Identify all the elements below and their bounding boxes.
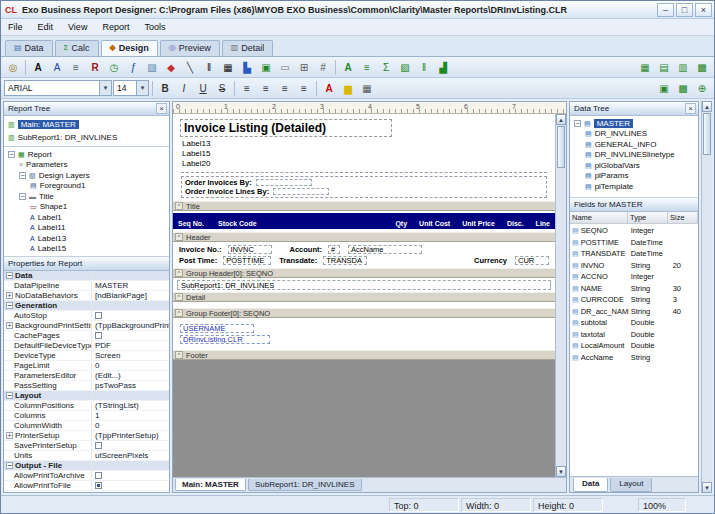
property-row[interactable]: UnitsutScreenPixels xyxy=(4,451,169,461)
band-separator-group-header[interactable]: ^Group Header[0]: SEQNO xyxy=(173,268,555,278)
tab-data-tree-data[interactable]: Data xyxy=(573,478,608,492)
report-file-field[interactable]: DRInvListing.CLR xyxy=(180,335,270,344)
order-invoices-label[interactable]: Order Invoices By: xyxy=(185,178,252,187)
tree-node-design-layers[interactable]: −▧Design Layers xyxy=(4,170,169,181)
align-grid-icon[interactable]: ▥ xyxy=(674,59,692,76)
data-node-plglobalvars[interactable]: ▤plGlobalVars xyxy=(570,160,698,171)
expand-icon[interactable]: + xyxy=(6,432,13,439)
property-row[interactable]: +PrinterSetup(TppPrinterSetup) xyxy=(4,431,169,441)
magnifier-icon[interactable]: ◎ xyxy=(4,59,22,76)
barcode-2d-icon[interactable]: ▦ xyxy=(219,59,237,76)
property-row[interactable]: +NoDataBehaviors[ndBlankPage] xyxy=(4,291,169,301)
scroll-up-icon[interactable]: ▲ xyxy=(702,101,712,112)
data-node-pltemplate[interactable]: ▤plTemplate xyxy=(570,181,698,192)
anchor-icon[interactable]: ⊕ xyxy=(693,80,711,97)
shape-tool-icon[interactable]: ◆ xyxy=(162,59,180,76)
property-row[interactable]: DeviceTypeScreen xyxy=(4,351,169,361)
band-separator-title[interactable]: ^Title xyxy=(173,201,555,211)
db-memo-icon[interactable]: ≡ xyxy=(358,59,376,76)
label15-object[interactable]: Label15 xyxy=(182,149,555,159)
tab-data[interactable]: ▤Data xyxy=(5,40,53,56)
field-row[interactable]: ▤ACCNOInteger xyxy=(570,271,698,283)
field-row[interactable]: ▤taxtotalDouble xyxy=(570,329,698,341)
data-node-dr-invlines[interactable]: ▤DR_INVLINES xyxy=(570,129,698,140)
column-header-bar[interactable]: Seq No. Stock Code Qty Unit Cost Unit Pr… xyxy=(173,213,555,229)
font-color-icon[interactable]: A xyxy=(320,80,338,97)
expand-icon[interactable]: + xyxy=(6,292,13,299)
invoice-no-label[interactable]: Invoice No.: xyxy=(179,245,222,254)
report-item-main[interactable]: ▥Main: MASTER xyxy=(4,118,169,131)
close-icon[interactable]: × xyxy=(156,103,167,114)
field-row[interactable]: ▤LocalAmountDouble xyxy=(570,340,698,352)
scroll-down-icon[interactable]: ▼ xyxy=(702,482,712,493)
underline-icon[interactable]: U xyxy=(194,80,212,97)
property-row[interactable]: Columns1 xyxy=(4,411,169,421)
post-time-label[interactable]: Post Time: xyxy=(179,256,217,265)
minimize-button[interactable]: – xyxy=(657,3,674,17)
grid-show-icon[interactable]: ▤ xyxy=(655,59,673,76)
variable-icon[interactable]: ƒ xyxy=(124,59,142,76)
checkbox[interactable] xyxy=(95,332,102,339)
send-back-icon[interactable]: ▩ xyxy=(674,80,692,97)
report-design-surface[interactable]: Invoice Listing (Detailed) Label13 Label… xyxy=(173,114,555,477)
tab-detail[interactable]: ▥Detail xyxy=(222,40,274,56)
collapse-icon[interactable]: − xyxy=(6,462,13,469)
tree-node-label13[interactable]: ALabel13 xyxy=(4,233,169,244)
transdate-label[interactable]: Transdate: xyxy=(279,256,317,265)
order-invoice-lines-label[interactable]: Order Invoice Lines By: xyxy=(185,187,269,196)
property-row[interactable]: DataPipelineMASTER xyxy=(4,281,169,291)
chevron-down-icon[interactable]: ▾ xyxy=(99,81,111,95)
band-separator-group-footer[interactable]: ^Group Footer[0]: SEQNO xyxy=(173,308,555,318)
align-right-icon[interactable]: ≡ xyxy=(276,80,294,97)
account-label[interactable]: Account: xyxy=(290,245,323,254)
chevron-up-icon[interactable]: ^ xyxy=(175,351,183,359)
checkbox[interactable] xyxy=(95,312,102,319)
chevron-down-icon[interactable]: ▾ xyxy=(136,81,148,95)
font-name-select[interactable]: ARIAL▾ xyxy=(4,80,112,96)
property-section[interactable]: −Generation xyxy=(4,301,169,311)
tab-preview[interactable]: ◎Preview xyxy=(160,40,220,56)
column-header-type[interactable]: Type xyxy=(628,212,668,223)
label13-object[interactable]: Label13 xyxy=(182,139,555,149)
richtext-icon[interactable]: R xyxy=(86,59,104,76)
db-calc-icon[interactable]: Σ xyxy=(377,59,395,76)
field-row[interactable]: ▤TRANSDATEDateTime xyxy=(570,248,698,260)
tree-node-title-band[interactable]: −▬Title xyxy=(4,191,169,202)
property-row[interactable]: ColumnWidth0 xyxy=(4,421,169,431)
field-row[interactable]: ▤POSTTIMEDateTime xyxy=(570,237,698,249)
collapse-icon[interactable]: − xyxy=(19,193,26,200)
canvas-vertical-scrollbar[interactable]: ▲ ▼ xyxy=(555,114,566,477)
property-section[interactable]: −Layout xyxy=(4,391,169,401)
scroll-thumb[interactable] xyxy=(557,126,565,168)
page-tab-subreport1[interactable]: SubReport1: DR_INVLINES xyxy=(248,479,362,491)
collapse-icon[interactable]: − xyxy=(8,151,15,158)
tree-node-shape1[interactable]: ▭Shape1 xyxy=(4,202,169,213)
barcode-icon[interactable]: ‖ xyxy=(200,59,218,76)
field-row[interactable]: ▤INVNOString20 xyxy=(570,260,698,272)
layout-grid-icon[interactable]: ▩ xyxy=(693,59,711,76)
username-field[interactable]: USERNAME xyxy=(180,324,254,333)
currcode-field[interactable]: CUR xyxy=(515,256,549,265)
collapse-icon[interactable]: − xyxy=(19,172,26,179)
align-left-icon[interactable]: ≡ xyxy=(238,80,256,97)
page-tab-main[interactable]: Main: MASTER xyxy=(175,479,246,491)
tree-node-foreground1[interactable]: ▤Foreground1 xyxy=(4,181,169,192)
db-chart-icon[interactable]: ▟ xyxy=(434,59,452,76)
property-section[interactable]: −Data xyxy=(4,271,169,281)
checkbox-tool-icon[interactable]: ▣ xyxy=(257,59,275,76)
align-center-icon[interactable]: ≡ xyxy=(257,80,275,97)
field-row[interactable]: ▤AccNameString xyxy=(570,352,698,364)
menu-edit[interactable]: Edit xyxy=(38,22,54,32)
collapse-icon[interactable]: − xyxy=(6,272,13,279)
collapse-icon[interactable]: − xyxy=(6,302,13,309)
scroll-up-icon[interactable]: ▲ xyxy=(556,114,566,125)
menu-report[interactable]: Report xyxy=(102,22,129,32)
checkbox[interactable] xyxy=(95,472,102,479)
chevron-up-icon[interactable]: ^ xyxy=(175,293,183,301)
property-section[interactable]: −Output - File xyxy=(4,461,169,471)
data-node-dr-invlineslinetype[interactable]: ▤DR_INVLINESlinetype xyxy=(570,150,698,161)
property-row[interactable]: AllowPrintToArchive xyxy=(4,471,169,481)
data-node-plparams[interactable]: ▤plParams xyxy=(570,171,698,182)
checkbox[interactable] xyxy=(95,482,102,489)
property-row[interactable]: PassSettingpsTwoPass xyxy=(4,381,169,391)
